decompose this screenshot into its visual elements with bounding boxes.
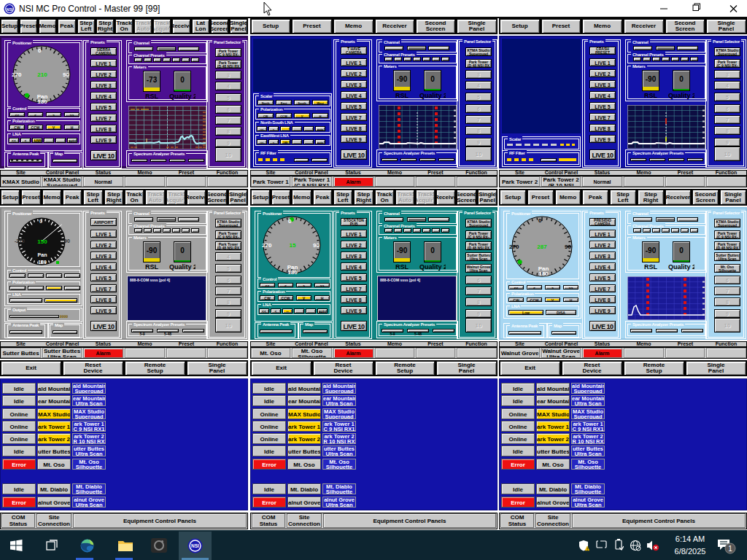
svg-text:NSI: NSI <box>6 7 13 12</box>
svg-text:NSI: NSI <box>191 543 199 548</box>
svg-text:1: 1 <box>728 545 732 553</box>
